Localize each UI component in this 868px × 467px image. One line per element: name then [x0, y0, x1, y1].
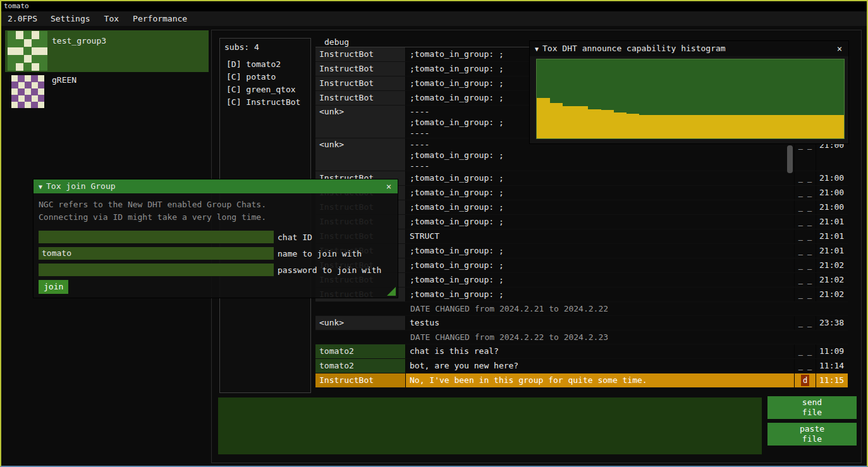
date-changed-text: DATE CHANGED from 2024.2.22 to 2024.2.23 [315, 331, 848, 344]
chat-row-author: tomato2 [315, 344, 406, 358]
subs-member[interactable]: [D] tomato2 [220, 58, 310, 71]
group-avatar-icon [8, 31, 47, 71]
subs-member[interactable]: [C] potato [220, 71, 310, 83]
app-window: tomato 2.0FPS SettingsToxPerformance tes… [0, 0, 868, 467]
chat-row-author: <unk> [315, 106, 406, 138]
group-avatar-icon [11, 75, 44, 108]
chat-row[interactable]: InstructBotNo, I've been in this group f… [315, 373, 848, 388]
group-name: test_group3 [52, 36, 106, 45]
sidebar-group-gREEN[interactable]: gREEN [5, 72, 209, 111]
chat-row[interactable]: <unk>testus_ _23:38 [315, 316, 848, 331]
mention-badge: d [801, 375, 809, 386]
chat-row-time: 21:01 [816, 215, 848, 229]
chat-row-author: tomato2 [315, 359, 406, 373]
chat-row-status: _ _ [795, 258, 816, 272]
chat-row-status: _ _ [795, 229, 816, 243]
chat-row-message: ;tomato_in_group: ; [406, 200, 795, 214]
subs-member[interactable]: [C] green_qtox [220, 83, 310, 96]
chat-row-author: InstructBot [315, 373, 406, 387]
join-input-password-label: password to join with [278, 265, 381, 275]
subs-list: [D] tomato2[C] potato[C] green_qtox[C] I… [220, 58, 310, 109]
join-input-chat-id[interactable] [39, 231, 274, 243]
chat-row-message: testus [406, 316, 795, 330]
join-input-name[interactable]: tomato [39, 247, 274, 260]
chat-row-author: InstructBot [315, 91, 406, 105]
chat-row-time: 11:09 [816, 344, 848, 358]
collapse-arrow-icon[interactable]: ▼ [39, 183, 42, 190]
message-input[interactable] [218, 397, 762, 454]
chat-row-status: _ _ [795, 359, 816, 373]
chat-row-author: <unk> [315, 316, 406, 330]
chat-row-time: 11:15 [816, 373, 848, 387]
join-input-name-label: name to join with [278, 249, 362, 258]
menu-item-tox[interactable]: Tox [97, 14, 126, 23]
chat-row-author: InstructBot [315, 76, 406, 90]
sidebar-group-test_group3[interactable]: test_group3 [5, 30, 209, 72]
chat-row[interactable]: tomato2bot, are you new here?_ _11:14 [315, 359, 848, 373]
chat-row-message: ;tomato_in_group: ; [406, 171, 795, 185]
chat-row-author: InstructBot [315, 47, 406, 61]
join-field-row: chat ID [39, 231, 398, 243]
collapse-arrow-icon[interactable]: ▼ [535, 45, 539, 52]
close-icon[interactable]: × [384, 179, 394, 193]
group-name: gREEN [52, 75, 76, 85]
resize-grip[interactable] [387, 287, 396, 296]
dht-histogram-window: ▼Tox DHT announce capability histogram × [529, 40, 849, 144]
chat-row-time: 21:00 [816, 186, 848, 200]
join-group-window: ▼Tox join Group × NGC refers to the New … [33, 179, 398, 298]
chat-row-message: ;tomato_in_group: ; [406, 244, 795, 258]
chat-date-row: DATE CHANGED from 2024.2.22 to 2024.2.23 [315, 331, 848, 344]
chat-row-message: No, I've been in this group for quite so… [406, 373, 795, 387]
join-fields: chat IDtomatoname to join withpassword t… [34, 231, 398, 276]
chat-row-author: InstructBot [315, 62, 406, 76]
menu-item-performance[interactable]: Performance [126, 14, 194, 23]
join-window-titlebar[interactable]: ▼Tox join Group × [34, 179, 398, 193]
fps-counter: 2.0FPS [6, 14, 44, 23]
title-bar: tomato [1, 1, 867, 11]
chat-row-time: 11:14 [816, 359, 848, 373]
join-field-row: password to join with [39, 264, 398, 276]
dht-histogram-plot[interactable] [536, 59, 845, 139]
date-changed-text: DATE CHANGED from 2024.2.21 to 2024.2.22 [315, 302, 848, 315]
send-file-button[interactable]: send file [767, 396, 857, 419]
chat-row-message: ;tomato_in_group: ; [406, 273, 795, 287]
chat-row-message: STRUCT [406, 229, 795, 243]
chat-row-message: ;tomato_in_group: ; [406, 186, 795, 200]
chat-row-status: _ _ [795, 186, 816, 200]
subs-member[interactable]: [C] InstructBot [220, 96, 310, 109]
chat-row-status: _ _ [795, 171, 816, 185]
chat-date-row: DATE CHANGED from 2024.2.21 to 2024.2.22 [315, 302, 848, 316]
join-field-row: tomatoname to join with [39, 247, 398, 260]
chat-row-time: 21:02 [816, 273, 848, 287]
chat-row-status: _ _ [795, 273, 816, 287]
close-icon[interactable]: × [834, 41, 845, 56]
histogram-window-titlebar[interactable]: ▼Tox DHT announce capability histogram × [530, 41, 848, 56]
join-input-password[interactable] [39, 264, 274, 276]
chat-row-status: _ _ [795, 288, 816, 301]
chat-row-status: _ _ [795, 215, 816, 229]
chat-row-author: <unk> [315, 138, 406, 171]
window-title: tomato [4, 2, 29, 10]
paste-file-button[interactable]: paste file [767, 423, 857, 446]
join-button[interactable]: join [39, 280, 68, 294]
join-description-line1: NGC refers to the New DHT enabled Group … [39, 198, 398, 211]
chat-row-status: _ _ [795, 200, 816, 214]
chat-row[interactable]: tomato2chat is this real?_ _11:09 [315, 344, 848, 359]
tab-debug[interactable]: debug [315, 37, 358, 47]
menu-item-settings[interactable]: Settings [44, 14, 97, 23]
menu-bar: 2.0FPS SettingsToxPerformance [1, 11, 867, 26]
chat-row-time: 21:00 [816, 200, 848, 214]
chat-row-message: ;tomato_in_group: ; [406, 258, 795, 272]
chat-row-time: 21:01 [816, 229, 848, 243]
chat-row-time: 21:00 [816, 171, 848, 185]
join-input-chat-id-label: chat ID [278, 233, 312, 242]
join-description: NGC refers to the New DHT enabled Group … [39, 198, 398, 224]
chat-row-status: d [795, 373, 816, 387]
chat-scrollbar[interactable] [787, 145, 793, 173]
subs-header: subs: 4 [220, 39, 310, 58]
chat-row-status: _ _ [795, 316, 816, 330]
chat-row-time: 21:01 [816, 244, 848, 258]
join-window-title: Tox join Group [46, 181, 116, 191]
chat-row-time: 21:02 [816, 288, 848, 301]
chat-row-status: _ _ [795, 244, 816, 258]
